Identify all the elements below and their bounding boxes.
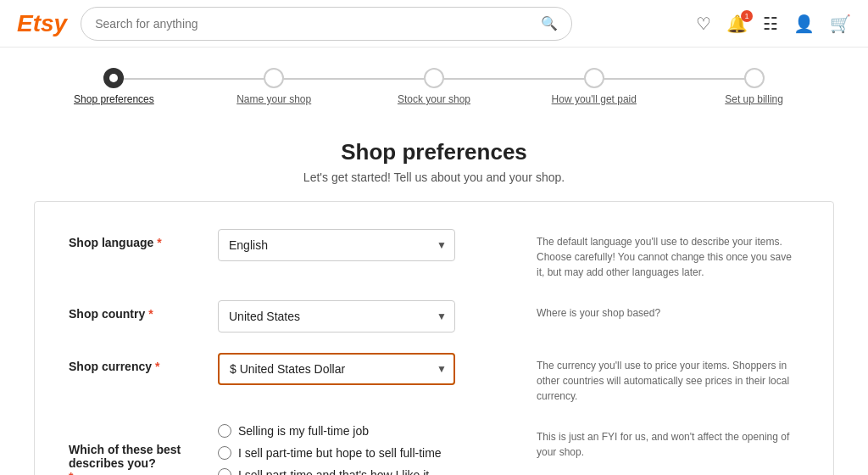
currency-select-wrapper: $ United States Dollar ▼ — [218, 353, 455, 385]
step-label-2: Name your shop — [236, 93, 311, 105]
form-card: Shop language * English ▼ The default la… — [34, 201, 834, 475]
country-field: United States ▼ — [218, 300, 455, 332]
step-circle-4 — [584, 68, 604, 88]
radio-parttime-like[interactable] — [218, 468, 231, 475]
favorites-icon[interactable]: ♡ — [696, 14, 711, 34]
form-row-currency: Shop currency * $ United States Dollar ▼… — [69, 353, 799, 404]
country-hint: Where is your shop based? — [537, 300, 799, 321]
country-required: * — [148, 307, 153, 321]
page-title-section: Shop preferences Let's get started! Tell… — [0, 119, 868, 201]
notifications-icon[interactable]: 🔔 1 — [726, 14, 748, 34]
form-row-country: Shop country * United States ▼ Where is … — [69, 300, 799, 332]
country-select[interactable]: United States — [218, 300, 455, 332]
account-icon[interactable]: 👤 — [793, 14, 815, 34]
currency-hint: The currency you'll use to price your it… — [537, 353, 799, 404]
cart-store-icon[interactable]: ☷ — [763, 14, 778, 34]
radio-option-parttime-hope[interactable]: I sell part-time but hope to sell full-t… — [218, 446, 455, 460]
cart-icon[interactable]: 🛒 — [830, 14, 851, 34]
search-bar: 🔍 — [81, 7, 572, 41]
step-label-4: How you'll get paid — [552, 93, 637, 105]
describes-hint: This is just an FYI for us, and won't af… — [537, 424, 799, 460]
step-label-3: Stock your shop — [398, 93, 470, 105]
describes-label: Which of these best describes you? * — [69, 424, 204, 475]
header: Etsy 🔍 ♡ 🔔 1 ☷ 👤 🛒 — [0, 0, 868, 48]
radio-parttime-like-label: I sell part-time and that's how I like i… — [238, 468, 429, 475]
step-how-get-paid[interactable]: How you'll get paid — [514, 68, 674, 105]
step-label-1: Shop preferences — [74, 93, 154, 105]
step-circle-1 — [103, 68, 124, 88]
radio-fulltime[interactable] — [218, 424, 231, 438]
language-select[interactable]: English — [218, 229, 455, 261]
step-label-5: Set up billing — [725, 93, 783, 105]
step-circle-3 — [424, 68, 444, 88]
page-subtitle: Let's get started! Tell us about you and… — [0, 170, 868, 184]
search-input[interactable] — [95, 17, 541, 31]
currency-select[interactable]: $ United States Dollar — [218, 353, 455, 385]
radio-parttime-hope-label: I sell part-time but hope to sell full-t… — [238, 446, 442, 460]
radio-option-parttime-like[interactable]: I sell part-time and that's how I like i… — [218, 468, 455, 475]
describes-field: Selling is my full-time job I sell part-… — [218, 424, 455, 475]
radio-group: Selling is my full-time job I sell part-… — [218, 424, 455, 475]
language-select-wrapper: English ▼ — [218, 229, 455, 261]
radio-option-fulltime[interactable]: Selling is my full-time job — [218, 424, 455, 438]
country-label: Shop country * — [69, 300, 204, 321]
language-label: Shop language * — [69, 229, 204, 249]
currency-required: * — [155, 360, 159, 373]
language-hint: The default language you'll use to descr… — [537, 229, 799, 280]
step-stock-your-shop[interactable]: Stock your shop — [354, 68, 515, 105]
step-shop-preferences[interactable]: Shop preferences — [34, 68, 194, 105]
step-circle-5 — [744, 68, 765, 88]
header-icons: ♡ 🔔 1 ☷ 👤 🛒 — [696, 14, 851, 34]
form-row-language: Shop language * English ▼ The default la… — [69, 229, 799, 280]
search-button[interactable]: 🔍 — [541, 15, 558, 31]
form-row-describes: Which of these best describes you? * Sel… — [69, 424, 799, 475]
country-select-wrapper: United States ▼ — [218, 300, 455, 332]
step-name-your-shop[interactable]: Name your shop — [194, 68, 354, 105]
step-circle-2 — [264, 68, 284, 88]
language-required: * — [157, 236, 161, 249]
step-set-up-billing[interactable]: Set up billing — [674, 68, 834, 105]
radio-parttime-hope[interactable] — [218, 446, 231, 460]
progress-bar: Shop preferences Name your shop Stock yo… — [0, 48, 868, 119]
page-title: Shop preferences — [0, 139, 868, 165]
notification-badge: 1 — [741, 10, 753, 22]
language-field: English ▼ — [218, 229, 455, 261]
radio-fulltime-label: Selling is my full-time job — [238, 424, 369, 438]
describes-required: * — [69, 470, 73, 475]
currency-label: Shop currency * — [69, 353, 204, 373]
etsy-logo[interactable]: Etsy — [17, 10, 67, 37]
currency-field: $ United States Dollar ▼ — [218, 353, 455, 385]
